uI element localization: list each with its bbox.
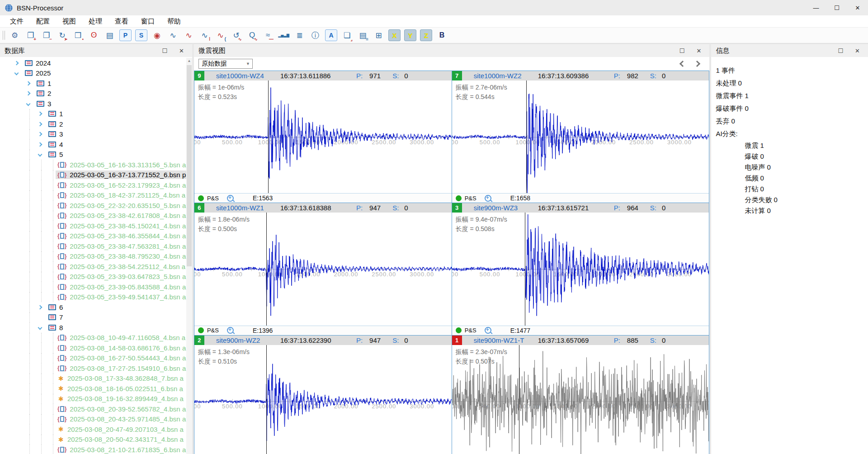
collapse-arrow-icon[interactable] [38, 152, 42, 157]
menu-item-1[interactable]: 文件 [4, 15, 30, 27]
waveform-panel-close-icon[interactable]: ✕ [696, 47, 701, 54]
tree-folder-row[interactable]: 2 [0, 119, 186, 129]
tree-folder-row[interactable]: 7 [0, 312, 186, 323]
remove-folder-icon[interactable]: ❐− [40, 29, 52, 41]
database-panel-close-icon[interactable]: ✕ [179, 47, 184, 54]
tree-file-row[interactable]: {}2025-03-08_21-10-21.671835_6.bsn a [0, 445, 186, 454]
tree-folder-row[interactable]: 1 [0, 109, 186, 119]
tree-folder-row[interactable]: 5 [0, 150, 186, 160]
tree-folder-row[interactable]: 2024 [0, 58, 186, 68]
tree-file-row[interactable]: ✱2025-03-08_19-16-32.899449_4.bsn a [0, 394, 186, 404]
crop-region-icon[interactable]: ❏⌟ [341, 29, 353, 41]
expand-arrow-icon[interactable] [38, 122, 42, 126]
ps-toggle[interactable]: P&S [207, 195, 219, 202]
tree-file-row[interactable]: ✱2025-03-08_20-50-42.343171_4.bsn a [0, 435, 186, 445]
waveform-plot[interactable]: 振幅 = 9.4e-07m/s 长度 = 0.508s 0.00500.0010… [452, 213, 709, 325]
tree-file-row[interactable]: {}2025-03-05_16-37-13.771552_6.bsn p [0, 170, 186, 180]
tree-folder-row[interactable]: 8 [0, 322, 186, 333]
tree-folder-row[interactable]: 6 [0, 302, 186, 312]
tree-file-row[interactable]: {}2025-03-05_16-52-23.179923_4.bsn a [0, 180, 186, 190]
histogram-icon[interactable]: ▂▅▃▇ [278, 29, 290, 41]
p-pick-line[interactable] [525, 213, 525, 325]
zoom-in-icon[interactable] [485, 195, 491, 202]
scrollbar-thumb[interactable] [187, 65, 192, 266]
p-pick-line[interactable] [266, 213, 267, 325]
expand-arrow-icon[interactable] [38, 142, 42, 147]
waveform-plot[interactable]: 振幅 = 1.8e-06m/s 长度 = 0.500s 0.00500.0010… [194, 213, 452, 325]
y-axis-button[interactable]: Y [404, 29, 416, 41]
expand-arrow-icon[interactable] [38, 112, 42, 116]
collapse-arrow-icon[interactable] [38, 325, 42, 330]
x-axis-button[interactable]: X [388, 29, 401, 41]
wave-pick-icon-1[interactable]: ∿ [167, 29, 179, 41]
z-axis-button[interactable]: Z [420, 29, 432, 41]
tree-folder-row[interactable]: 2025 [0, 68, 186, 79]
bold-b-button[interactable]: B [436, 29, 448, 41]
info-panel-close-icon[interactable]: ✕ [855, 47, 860, 54]
tree-file-row[interactable]: ✱2025-03-08_20-47-49.207103_4.bsn a [0, 424, 186, 435]
q-filter-icon[interactable]: Q∿ [246, 29, 258, 41]
p-phase-button[interactable]: P [119, 29, 132, 41]
menu-item-3[interactable]: 视图 [56, 15, 82, 27]
wave-pick-icon-2[interactable]: ∿ [183, 29, 195, 41]
close-button[interactable]: ✕ [847, 0, 868, 15]
tree-file-row[interactable]: {}2025-03-05_18-42-37.251125_4.bsn a [0, 190, 186, 201]
tree-file-row[interactable]: {}2025-03-05_23-38-46.355844_4.bsn a [0, 231, 186, 241]
p-pick-line[interactable] [266, 345, 267, 454]
p-pick-line[interactable] [268, 80, 269, 193]
location-pin-icon[interactable]: ◉ [151, 29, 163, 41]
crosshair-plus-icon[interactable]: ⊞ [373, 29, 385, 41]
refresh-icon[interactable]: ↻➤ [56, 29, 68, 41]
expand-arrow-icon[interactable] [38, 132, 42, 137]
info-panel-maximize-icon[interactable]: ☐ [838, 47, 843, 54]
menu-item-2[interactable]: 配置 [30, 15, 56, 27]
info-icon[interactable]: ⓘ [309, 29, 321, 41]
tree-folder-row[interactable]: 2 [0, 89, 186, 99]
waveform-plot[interactable]: 振幅 = 1e-06m/s 长度 = 0.523s 0.00500.001000… [194, 80, 452, 193]
menu-item-7[interactable]: 帮助 [161, 15, 187, 27]
list-icon[interactable]: ≣ [293, 29, 306, 41]
add-folder-icon[interactable]: ❐+ [24, 29, 37, 41]
tree-file-row[interactable]: {}2025-03-05_23-38-45.150241_4.bsn a [0, 221, 186, 231]
tree-file-row[interactable]: {}2025-03-05_16-16-33.313156_5.bsn a [0, 160, 186, 170]
collapse-arrow-icon[interactable] [14, 71, 19, 76]
menu-item-4[interactable]: 处理 [82, 15, 108, 27]
zoom-in-icon[interactable] [227, 327, 234, 334]
tree-file-row[interactable]: {}2025-03-05_23-39-05.843588_4.bsn a [0, 282, 186, 292]
wave-pick-icon-3[interactable]: ∿ǀ [198, 29, 211, 41]
tree-file-row[interactable]: ✱2025-03-08_18-16-05.022511_6.bsn a [0, 383, 186, 394]
expand-arrow-icon[interactable] [14, 61, 19, 65]
waveform-panel-maximize-icon[interactable]: ☐ [679, 47, 685, 54]
p-pick-line[interactable] [519, 345, 519, 454]
collapse-arrow-icon[interactable] [26, 101, 31, 106]
minimize-button[interactable]: — [806, 0, 826, 15]
tree-scrollbar[interactable]: ▲ ▼ [186, 58, 192, 454]
tree-file-row[interactable]: {}2025-03-05_23-38-42.617808_4.bsn a [0, 211, 186, 221]
tree-file-row[interactable]: {}2025-03-05_23-59-49.541437_4.bsn a [0, 292, 186, 303]
tree-file-row[interactable]: {}2025-03-05_23-38-48.795230_4.bsn a [0, 251, 186, 262]
tree-file-row[interactable]: {}2025-03-08_14-58-03.686176_6.bsn a [0, 343, 186, 353]
waveform-plot[interactable]: 振幅 = 1.3e-06m/s 长度 = 0.510s 0.00500.0010… [194, 345, 452, 454]
tree-folder-row[interactable]: 4 [0, 139, 186, 150]
tree-folder-row[interactable]: 3 [0, 129, 186, 140]
scrollbar-up-icon[interactable]: ▲ [186, 58, 192, 64]
tree-folder-row[interactable]: 3 [0, 99, 186, 109]
tree-file-row[interactable]: {}2025-03-08_20-43-25.971485_4.bsn a [0, 414, 186, 425]
report-page-icon[interactable]: ▤≡ [357, 29, 369, 41]
waveform-plot[interactable]: 振幅 = 2.7e-06m/s 长度 = 0.544s 0.00500.0010… [452, 80, 709, 193]
waveform-plot[interactable]: 振幅 = 2.3e-07m/s 长度 = 0.507s 0.00500.0010… [452, 345, 709, 454]
wave-recalc-icon[interactable]: ↺∿ [230, 29, 242, 41]
zoom-in-icon[interactable] [485, 327, 491, 334]
tree-file-row[interactable]: {}2025-03-05_23-39-03.647823_5.bsn a [0, 272, 186, 282]
wave-baseline-icon[interactable]: ≈— [262, 29, 274, 41]
zoom-in-icon[interactable] [227, 195, 234, 202]
tree-file-row[interactable]: {}2025-03-05_22-32-20.635150_5.bsn a [0, 200, 186, 211]
menu-item-5[interactable]: 查看 [108, 15, 135, 27]
maximize-button[interactable]: ☐ [826, 0, 847, 15]
database-icon[interactable]: ▤ [104, 29, 116, 41]
tree-file-row[interactable]: ✱2025-03-08_17-33-48.362848_7.bsn a [0, 374, 186, 384]
expand-arrow-icon[interactable] [26, 81, 31, 85]
tree-file-row[interactable]: {}2025-03-08_17-27-25.154910_6.bsn a [0, 363, 186, 374]
next-event-button[interactable] [694, 61, 700, 67]
expand-arrow-icon[interactable] [26, 91, 31, 96]
